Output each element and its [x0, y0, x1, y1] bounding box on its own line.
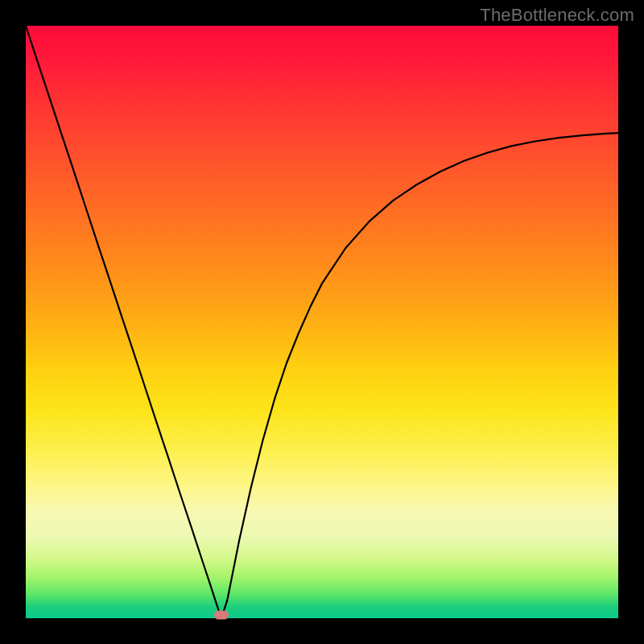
optimum-marker	[214, 611, 229, 620]
plot-area	[26, 26, 618, 618]
chart-frame: TheBottleneck.com	[0, 0, 644, 644]
bottleneck-curve	[26, 26, 618, 618]
watermark-text: TheBottleneck.com	[480, 5, 634, 26]
